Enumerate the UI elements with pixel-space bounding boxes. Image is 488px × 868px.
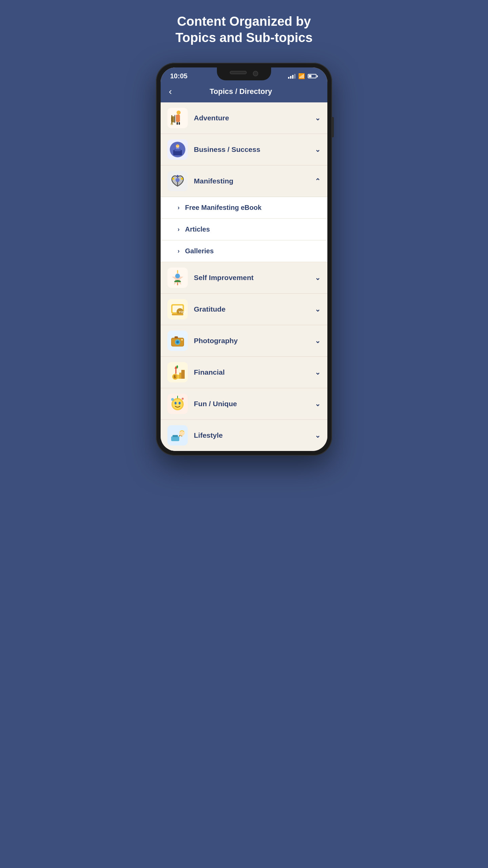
svg-rect-53 bbox=[171, 436, 179, 441]
svg-point-48 bbox=[175, 402, 177, 405]
status-bar: 10:05 📶 bbox=[161, 67, 327, 83]
sub-label-ebook: Free Manifesting eBook bbox=[185, 204, 262, 212]
nav-title: Topics / Directory bbox=[172, 87, 310, 96]
bar4 bbox=[294, 74, 296, 79]
camera-dot bbox=[253, 71, 258, 76]
back-button[interactable]: ‹ bbox=[169, 87, 172, 96]
topic-icon-fun bbox=[167, 394, 188, 414]
topic-label-fun: Fun / Unique bbox=[194, 400, 315, 408]
topic-label-gratitude: Gratitude bbox=[194, 305, 315, 313]
svg-rect-5 bbox=[176, 115, 180, 122]
svg-point-16 bbox=[177, 175, 179, 177]
sub-item-articles[interactable]: › Articles bbox=[161, 219, 327, 240]
svg-text:$: $ bbox=[174, 375, 176, 379]
bar3 bbox=[292, 75, 293, 79]
sub-item-galleries[interactable]: › Galleries bbox=[161, 240, 327, 262]
chevron-photography: ⌄ bbox=[315, 337, 321, 345]
svg-rect-14 bbox=[177, 145, 179, 146]
chevron-self: ⌄ bbox=[315, 274, 321, 282]
topic-item-fun[interactable]: Fun / Unique ⌄ bbox=[161, 388, 327, 420]
sub-item-free-ebook[interactable]: › Free Manifesting eBook bbox=[161, 197, 327, 219]
svg-point-33 bbox=[177, 341, 179, 343]
sub-label-articles: Articles bbox=[185, 225, 210, 233]
topic-item-photography[interactable]: Photography ⌄ bbox=[161, 325, 327, 357]
chevron-manifesting: ⌃ bbox=[315, 177, 321, 185]
chevron-gratitude: ⌄ bbox=[315, 305, 321, 313]
speaker bbox=[230, 71, 247, 74]
sub-label-galleries: Galleries bbox=[185, 247, 214, 255]
topic-item-business[interactable]: Business / Success ⌄ bbox=[161, 134, 327, 165]
battery-fill bbox=[309, 75, 311, 77]
topic-icon-lifestyle bbox=[167, 425, 188, 446]
topic-label-manifesting: Manifesting bbox=[194, 177, 315, 185]
nav-header: ‹ Topics / Directory bbox=[161, 83, 327, 102]
topic-icon-photography bbox=[167, 331, 188, 351]
sub-chevron-galleries: › bbox=[178, 248, 180, 255]
topic-item-financial[interactable]: $ Financial ⌄ bbox=[161, 357, 327, 388]
svg-point-50 bbox=[171, 398, 174, 401]
svg-rect-41 bbox=[181, 370, 185, 379]
phone-shell: 10:05 📶 bbox=[156, 63, 332, 456]
notch bbox=[217, 67, 271, 80]
svg-point-17 bbox=[172, 178, 174, 180]
chevron-lifestyle: ⌄ bbox=[315, 431, 321, 439]
svg-rect-54 bbox=[172, 435, 178, 437]
phone-screen: 10:05 📶 bbox=[161, 67, 327, 451]
svg-point-18 bbox=[181, 178, 183, 180]
topic-item-adventure[interactable]: Adventure ⌄ bbox=[161, 102, 327, 134]
wifi-icon: 📶 bbox=[298, 73, 305, 79]
chevron-adventure: ⌄ bbox=[315, 114, 321, 122]
svg-point-49 bbox=[179, 402, 181, 405]
topic-icon-financial: $ bbox=[167, 362, 188, 382]
sub-chevron-ebook: › bbox=[178, 204, 180, 211]
outer-container: Content Organized byTopics and Sub-topic… bbox=[152, 14, 336, 456]
topic-label-photography: Photography bbox=[194, 337, 315, 345]
topic-icon-self bbox=[167, 268, 188, 288]
topic-list: Adventure ⌄ Bu bbox=[161, 102, 327, 451]
svg-text:YOU!: YOU! bbox=[179, 310, 186, 314]
topic-label-adventure: Adventure bbox=[194, 114, 315, 122]
bar2 bbox=[290, 76, 291, 79]
topic-label-lifestyle: Lifestyle bbox=[194, 431, 315, 439]
status-time: 10:05 bbox=[170, 72, 187, 80]
topic-item-manifesting[interactable]: Manifesting ⌃ bbox=[161, 165, 327, 197]
chevron-business: ⌄ bbox=[315, 145, 321, 154]
sub-chevron-articles: › bbox=[178, 226, 180, 233]
svg-point-35 bbox=[181, 339, 183, 341]
topic-icon-gratitude: YOU! bbox=[167, 299, 188, 319]
notch-camera bbox=[230, 71, 258, 76]
battery-tip bbox=[317, 75, 318, 77]
status-icons: 📶 bbox=[288, 73, 318, 79]
topic-item-gratitude[interactable]: YOU! Gratitude ⌄ bbox=[161, 294, 327, 325]
chevron-financial: ⌄ bbox=[315, 368, 321, 376]
topic-icon-manifesting bbox=[167, 171, 188, 191]
topic-label-financial: Financial bbox=[194, 368, 315, 376]
svg-rect-6 bbox=[177, 122, 178, 125]
svg-point-0 bbox=[177, 111, 181, 115]
svg-point-21 bbox=[175, 274, 180, 278]
topic-label-self: Self Improvement bbox=[194, 274, 315, 282]
topic-icon-business bbox=[167, 139, 188, 160]
battery-icon bbox=[308, 74, 318, 78]
svg-point-4 bbox=[170, 123, 173, 125]
topic-item-lifestyle[interactable]: Lifestyle ⌄ bbox=[161, 420, 327, 451]
battery-body bbox=[308, 74, 317, 78]
topic-label-business: Business / Success bbox=[194, 145, 315, 154]
svg-rect-28 bbox=[172, 314, 183, 315]
bar1 bbox=[288, 77, 289, 79]
page-headline: Content Organized byTopics and Sub-topic… bbox=[169, 14, 320, 46]
topic-icon-adventure bbox=[167, 108, 188, 128]
svg-marker-45 bbox=[176, 365, 178, 367]
svg-rect-34 bbox=[175, 336, 178, 338]
side-button bbox=[332, 117, 334, 137]
chevron-fun: ⌄ bbox=[315, 400, 321, 408]
svg-point-15 bbox=[176, 178, 180, 182]
topic-item-self[interactable]: Self Improvement ⌄ bbox=[161, 262, 327, 294]
signal-icon bbox=[288, 74, 296, 79]
svg-rect-7 bbox=[179, 122, 180, 125]
svg-point-51 bbox=[182, 398, 184, 400]
